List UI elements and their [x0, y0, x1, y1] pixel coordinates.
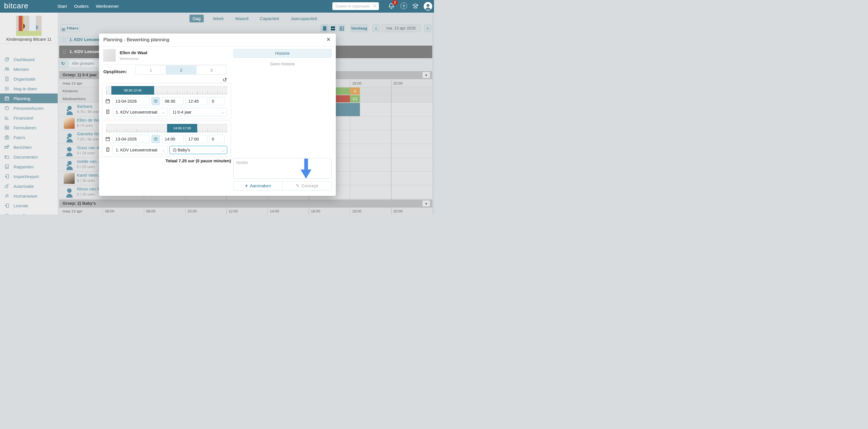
sidebar-item-nog-te-doen[interactable]: Nog te doen — [0, 84, 58, 94]
calendar-picker-icon — [154, 137, 158, 141]
refresh-button[interactable]: ↻ — [59, 60, 67, 67]
group-select-value: 1) 0-4 jaar — [173, 110, 191, 114]
sidebar-item-label: Financieel — [13, 116, 33, 121]
section-divider — [103, 64, 227, 65]
view-grid2-button[interactable] — [329, 24, 337, 32]
view-grid3-button[interactable] — [338, 24, 345, 32]
date-input-1[interactable] — [113, 97, 150, 105]
end-time-input-2[interactable] — [185, 135, 207, 143]
todo-icon — [4, 86, 10, 92]
employee-name[interactable]: Karel Veen... — [77, 173, 102, 177]
reset-icon[interactable]: ↺ — [222, 76, 227, 83]
split-option-3[interactable]: 3 — [196, 65, 227, 74]
pause-input-1[interactable] — [209, 97, 224, 105]
next-day-button[interactable]: › — [424, 24, 431, 32]
location-select-1[interactable]: 1. KDV Leeuwenstraat — [113, 108, 167, 117]
end-time-input-1[interactable] — [185, 97, 207, 105]
ratio-block-green[interactable]: 1/1 — [350, 95, 360, 102]
split-option-1[interactable]: 1 — [135, 65, 166, 74]
modal-actions: +Aanmaken ✎Concept — [234, 181, 332, 190]
sidebar-item-planning[interactable]: Planning — [0, 94, 58, 103]
sidebar-item-berichten[interactable]: Berichten — [0, 142, 58, 152]
sidebar-item-licentie[interactable]: Licentie — [0, 201, 58, 210]
help-button[interactable]: ? — [400, 3, 407, 9]
add-planning-button[interactable]: + — [423, 200, 430, 206]
total-hours-label: Totaal 7.25 uur (0 pauze minuten) — [102, 159, 231, 163]
location-select-2[interactable]: 1. KDV Leeuwenstraat — [113, 146, 167, 154]
organisation-name: Kinderopvang Bitcare 11 — [0, 37, 58, 41]
tab-capaciteit[interactable]: Capaciteit — [257, 14, 281, 22]
tab-week[interactable]: Week — [211, 14, 226, 22]
time-segment-2[interactable]: 14:00-17:00 — [167, 124, 197, 132]
tab-maand[interactable]: Maand — [233, 14, 251, 22]
split-label: Opsplitsen: — [103, 69, 127, 74]
concept-label: Concept — [301, 183, 318, 189]
sidebar-item-rapporten[interactable]: Rapporten — [0, 162, 58, 171]
pause-input-2[interactable] — [209, 135, 224, 143]
tab-dag[interactable]: Dag — [189, 14, 204, 22]
shift-block-2: 14:00-17:00 1. KDV Leeuwenstraat 2) Baby… — [102, 121, 231, 157]
sidebar-item-personeelsuren[interactable]: Personeelsuren — [0, 103, 58, 113]
timeline-track-2[interactable]: 14:00-17:00 — [106, 124, 227, 132]
view-single-button[interactable] — [321, 24, 329, 32]
sidebar-item-organisatie[interactable]: Organisatie — [0, 74, 58, 84]
employee-hours: 0 / 20 uren — [77, 165, 95, 169]
sidebar-item-financieel[interactable]: Financieel — [0, 113, 58, 123]
location-select-value: 1. KDV Leeuwenstraat — [116, 110, 157, 114]
documents-folder-icon — [4, 154, 10, 160]
date-input-2[interactable] — [113, 135, 150, 143]
employee-name[interactable]: Isolde van ... — [77, 159, 101, 164]
create-button[interactable]: +Aanmaken — [234, 181, 282, 190]
sidebar-item-mensen[interactable]: Mensen — [0, 64, 58, 74]
time-segment-1[interactable]: 08:30-12:45 — [112, 86, 154, 95]
start-time-input-1[interactable] — [162, 97, 184, 105]
split-option-2[interactable]: 2 — [166, 65, 197, 74]
search-input[interactable] — [335, 3, 373, 10]
today-button[interactable]: Vandaag — [350, 24, 368, 32]
training-button[interactable] — [412, 2, 419, 11]
timeline-track-1[interactable]: 08:30-12:45 — [106, 86, 227, 95]
avatar-photo — [64, 173, 74, 184]
sidebar-item-formulieren[interactable]: Formulieren — [0, 123, 58, 132]
nav-ouders[interactable]: Ouders — [74, 0, 89, 12]
filters-label: Filters — [67, 26, 79, 30]
current-date-display[interactable]: ma. 13 apr 2026 — [381, 24, 421, 32]
tab-jaarcapaciteit[interactable]: Jaarcapaciteit — [288, 14, 319, 22]
nav-werknemer[interactable]: Werknemer — [96, 0, 119, 12]
sidebar-item-label: Berichten — [13, 145, 32, 150]
capacity-block-orange[interactable]: 4 — [350, 88, 360, 95]
add-planning-button[interactable]: + — [423, 72, 430, 78]
avatar — [64, 132, 74, 142]
clock-icon — [4, 105, 10, 111]
sidebar-item-instellingen[interactable]: Instellingen — [0, 210, 58, 214]
concept-button[interactable]: ✎Concept — [282, 181, 332, 190]
settings-gear-icon — [4, 212, 10, 214]
sidebar-item-fotos[interactable]: Foto's — [0, 132, 58, 142]
start-time-input-2[interactable] — [162, 135, 184, 143]
vertical-scrollbar[interactable] — [432, 12, 434, 214]
sidebar-item-humanwave[interactable]: Humanwave — [0, 191, 58, 201]
datepicker-button-2[interactable] — [152, 135, 160, 143]
filters-button[interactable]: Filters — [60, 24, 80, 32]
camera-icon — [4, 134, 10, 140]
user-avatar[interactable] — [424, 2, 432, 11]
finance-chart-icon — [4, 115, 10, 121]
unlock-icon — [4, 183, 10, 189]
kinderen-label: Kinderen — [63, 89, 78, 93]
note-textarea[interactable] — [234, 158, 332, 179]
datepicker-button-1[interactable] — [152, 97, 160, 105]
medewerkers-label: Medewerkers — [63, 97, 86, 101]
group-select-2[interactable]: 2) Baby's — [169, 146, 227, 154]
sidebar-item-import-export[interactable]: Import/export — [0, 171, 58, 181]
employee-name[interactable]: Barbara — [77, 104, 92, 109]
sidebar-item-dashboard[interactable]: Dashboard — [0, 55, 58, 64]
employee-name[interactable]: Guus van d... — [77, 145, 102, 150]
sidebar-item-documenten[interactable]: Documenten — [0, 152, 58, 162]
prev-day-button[interactable]: ‹ — [372, 24, 380, 32]
close-icon[interactable]: ✕ — [327, 36, 331, 43]
nav-start[interactable]: Start — [57, 0, 67, 12]
group-select-1[interactable]: 1) 0-4 jaar — [169, 108, 227, 117]
sidebar-item-autorisatie[interactable]: Autorisatie — [0, 181, 58, 191]
historie-button[interactable]: Historie — [234, 49, 332, 58]
bitcare-logo[interactable]: bitcare — [4, 1, 28, 10]
